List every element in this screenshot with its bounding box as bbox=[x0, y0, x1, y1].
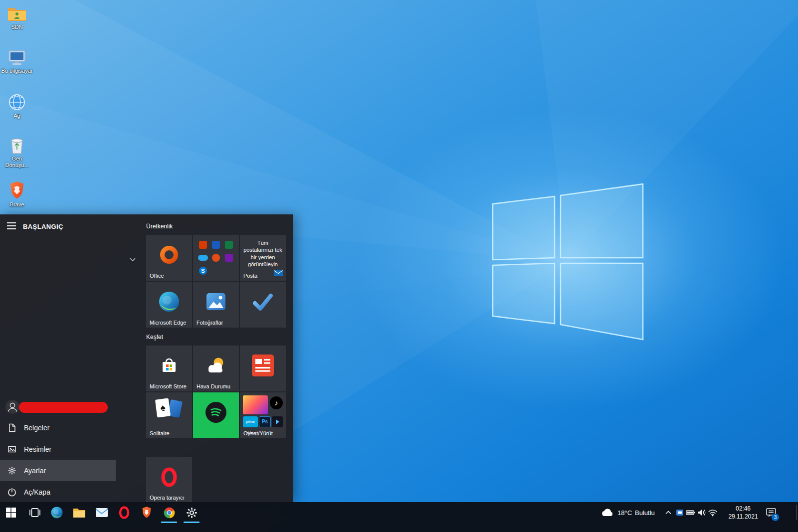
onenote-icon bbox=[225, 254, 233, 262]
mail-icon bbox=[274, 269, 283, 278]
desktop-icon-sdn[interactable]: SDN bbox=[0, 5, 33, 30]
tile-weather[interactable]: Hava Durumu bbox=[193, 346, 239, 391]
tile-label: Microsoft Store bbox=[150, 383, 187, 389]
chevron-down-icon[interactable] bbox=[129, 255, 136, 264]
tile-edge[interactable]: Microsoft Edge bbox=[146, 282, 192, 328]
file-explorer-icon bbox=[73, 507, 86, 518]
tile-spotify[interactable] bbox=[193, 392, 239, 438]
taskbar: 18°C Bulutlu 02:46 29.11.2021 bbox=[0, 502, 798, 532]
desktop-icon-this-pc[interactable]: Bu bilgisayar bbox=[0, 49, 33, 74]
weather-condition: Bulutlu bbox=[635, 509, 655, 517]
desktop-icon-brave[interactable]: Brave bbox=[0, 180, 33, 208]
tile-office[interactable]: Office bbox=[146, 235, 192, 281]
tile-photos[interactable]: Fotoğraflar bbox=[193, 282, 239, 328]
taskbar-chrome-button[interactable] bbox=[158, 502, 180, 523]
taskbar-settings-button[interactable] bbox=[181, 502, 202, 523]
task-view-icon bbox=[28, 507, 41, 518]
tile-mail[interactable]: Tüm postalarınızı tek bir yerden görüntü… bbox=[240, 235, 286, 281]
photoshop-icon: Ps bbox=[259, 416, 271, 427]
desktop-icon-label: Geri Dönüşü... bbox=[0, 156, 33, 168]
tray-app-icon[interactable] bbox=[674, 502, 685, 523]
hidden-icons-chevron[interactable] bbox=[663, 502, 673, 523]
user-account-item[interactable] bbox=[0, 397, 116, 417]
sidebar-item-settings[interactable]: Ayarlar bbox=[0, 460, 116, 481]
tile-todo[interactable] bbox=[240, 282, 286, 328]
start-button[interactable] bbox=[0, 502, 22, 523]
folder-icon bbox=[6, 5, 27, 23]
document-icon bbox=[0, 423, 24, 432]
gear-icon bbox=[186, 507, 198, 519]
tile-label: Hava Durumu bbox=[197, 383, 230, 389]
desktop-icon-label: Ağ bbox=[0, 113, 33, 119]
prime-video-icon: prime video bbox=[243, 416, 258, 427]
word-icon bbox=[212, 241, 220, 249]
taskbar-mail-button[interactable] bbox=[91, 502, 113, 523]
sidebar-item-pictures[interactable]: Resimler bbox=[0, 438, 116, 460]
mail-promo-text: Tüm postalarınızı tek bir yerden görüntü… bbox=[242, 239, 283, 268]
tile-label: Fotoğraflar bbox=[197, 320, 223, 326]
sidebar-item-documents[interactable]: Belgeler bbox=[0, 417, 116, 438]
task-view-button[interactable] bbox=[24, 502, 46, 523]
tile-label: Posta bbox=[243, 273, 257, 279]
tile-play-folder[interactable]: ♪ prime video Ps Oynat/Yürüt bbox=[240, 392, 286, 438]
picture-icon bbox=[0, 445, 24, 454]
desktop-icon-label: Bu bilgisayar bbox=[0, 68, 33, 74]
sidebar-item-label: Aç/Kapa bbox=[24, 488, 50, 496]
tiktok-icon: ♪ bbox=[270, 396, 283, 409]
spade-card-icon: ♠ bbox=[155, 398, 171, 417]
clock-time: 02:46 bbox=[724, 505, 762, 513]
taskbar-file-explorer-button[interactable] bbox=[68, 502, 90, 523]
network-icon[interactable] bbox=[707, 502, 718, 523]
desktop-icon-network[interactable]: Ağ bbox=[0, 93, 33, 119]
hamburger-menu-icon[interactable] bbox=[7, 222, 16, 231]
taskbar-brave-button[interactable] bbox=[136, 502, 158, 523]
taskbar-opera-button[interactable] bbox=[113, 502, 135, 523]
globe-icon bbox=[7, 93, 26, 112]
media-app-icon bbox=[272, 416, 283, 427]
tile-solitaire[interactable]: ♠ Solitaire bbox=[146, 392, 192, 438]
tile-label: Oynat/Yürüt bbox=[243, 430, 273, 436]
news-icon bbox=[251, 354, 274, 379]
tile-label: Solitaire bbox=[150, 430, 170, 436]
computer-icon bbox=[7, 49, 27, 67]
edge-icon bbox=[158, 290, 181, 315]
show-desktop-button[interactable] bbox=[796, 505, 797, 520]
photos-icon bbox=[204, 290, 227, 315]
mail-icon bbox=[95, 508, 108, 518]
tile-store[interactable]: Microsoft Store bbox=[146, 346, 192, 391]
onedrive-icon bbox=[198, 255, 208, 261]
tile-office-apps-folder[interactable]: S bbox=[193, 235, 239, 281]
start-menu: BAŞLANGIÇ Üretkenlik Keşfet Office S Tüm… bbox=[0, 214, 293, 503]
volume-icon[interactable] bbox=[696, 502, 707, 523]
taskbar-clock[interactable]: 02:46 29.11.2021 bbox=[724, 505, 762, 521]
office-icon bbox=[158, 243, 181, 268]
office-mini-icon bbox=[199, 241, 207, 249]
taskbar-edge-button[interactable] bbox=[46, 502, 68, 523]
tile-news[interactable] bbox=[240, 346, 286, 391]
battery-icon[interactable] bbox=[685, 502, 696, 523]
weather-widget[interactable]: 18°C Bulutlu bbox=[601, 502, 655, 523]
sidebar-item-label: Belgeler bbox=[24, 424, 49, 432]
weather-temp: 18°C bbox=[617, 509, 632, 517]
sidebar-item-label: Resimler bbox=[24, 445, 51, 453]
sidebar-item-power[interactable]: Aç/Kapa bbox=[0, 481, 116, 503]
tile-opera[interactable]: Opera tarayıcı bbox=[146, 457, 192, 503]
user-avatar bbox=[5, 399, 20, 416]
opera-icon bbox=[158, 466, 181, 491]
desktop-icon-recycle-bin[interactable]: Geri Dönüşü... bbox=[0, 136, 33, 168]
notification-badge: 3 bbox=[772, 514, 779, 521]
store-icon bbox=[159, 355, 180, 378]
powerpoint-icon bbox=[212, 254, 220, 262]
running-indicator bbox=[161, 522, 177, 523]
tile-group-title: Üretkenlik bbox=[146, 223, 173, 230]
desktop-icon-label: Brave bbox=[0, 201, 33, 208]
brave-icon bbox=[141, 506, 153, 519]
todo-check-icon bbox=[250, 289, 275, 316]
edge-icon bbox=[50, 506, 63, 519]
tile-label: Opera tarayıcı bbox=[150, 495, 185, 501]
windows-flag-icon bbox=[5, 507, 16, 518]
tile-label: Office bbox=[150, 273, 164, 279]
sidebar-item-label: Ayarlar bbox=[24, 467, 46, 475]
recycle-bin-icon bbox=[8, 136, 26, 155]
desktop-icon-label: SDN bbox=[0, 24, 33, 30]
